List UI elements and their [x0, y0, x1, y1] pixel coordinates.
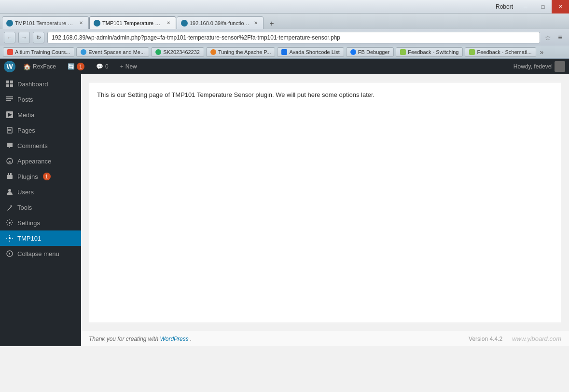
bookmark-icon-feedback2 [469, 49, 475, 55]
bookmark-tuning[interactable]: Tuning the Apache P... [206, 47, 275, 57]
maximize-button[interactable]: □ [534, 0, 552, 14]
wp-user-menu[interactable]: Howdy, fedevel [513, 61, 565, 72]
bookmark-avada[interactable]: Avada Shortcode List [277, 47, 344, 57]
bookmarks-more-icon[interactable]: » [538, 48, 546, 56]
appearance-label: Appearance [17, 158, 51, 165]
updates-badge: 1 [77, 63, 84, 70]
back-button[interactable]: ← [4, 32, 15, 43]
svg-rect-16 [9, 177, 11, 178]
wordpress-admin: W 🏠 RexFace 🔄 1 💬 0 + New Howdy, fedevel [0, 59, 569, 346]
sidebar-item-media[interactable]: Media [0, 107, 81, 122]
svg-marker-21 [9, 252, 10, 255]
footer-period: . [190, 336, 192, 342]
house-icon: 🏠 [23, 63, 31, 70]
title-bar-user: Robert [496, 3, 517, 10]
new-label: New [125, 63, 137, 70]
bookmark-feedback[interactable]: Feedback - Switching [396, 47, 463, 57]
main-content-text: This is our Setting page of TMP101 Tempe… [97, 90, 553, 100]
watermark-text: www.yiboard.com [512, 335, 561, 342]
tab-favicon-2 [94, 20, 100, 27]
new-tab-button[interactable]: + [266, 18, 278, 29]
tmp101-label: TMP101 [17, 235, 41, 242]
bookmark-icon-altium [7, 49, 13, 55]
bookmark-icon-sk [155, 49, 161, 55]
sidebar-item-collapse[interactable]: Collapse menu [0, 246, 81, 261]
tmp101-icon [6, 234, 14, 242]
site-name-label: RexFace [33, 63, 56, 70]
sidebar-item-pages[interactable]: Pages [0, 122, 81, 138]
wp-logo-icon[interactable]: W [4, 61, 15, 72]
bookmark-label-sk: SK2023462232 [163, 49, 200, 55]
minimize-button[interactable]: ─ [517, 0, 534, 14]
wordpress-link[interactable]: WordPress [160, 336, 188, 342]
tab-close-2[interactable]: ✕ [165, 20, 172, 27]
bookmark-altium[interactable]: Altium Training Cours... [3, 47, 74, 57]
svg-rect-13 [8, 173, 9, 175]
wp-updates-item[interactable]: 🔄 1 [64, 61, 88, 72]
howdy-text: Howdy, fedevel [513, 63, 553, 70]
address-input[interactable] [47, 32, 540, 43]
bookmark-feedback2[interactable]: Feedback - Schemati... [465, 47, 536, 57]
sidebar-item-dashboard[interactable]: Dashboard [0, 76, 81, 92]
tab-label-1: TMP101 Temperature Sen... [15, 20, 76, 26]
comments-count: 0 [105, 63, 109, 70]
tab-label-2: TMP101 Temperature Sen... [102, 20, 163, 26]
plugins-label: Plugins [17, 173, 38, 180]
sidebar-item-settings[interactable]: Settings [0, 215, 81, 230]
sidebar-item-tmp101[interactable]: TMP101 [0, 230, 81, 246]
content-wrapper: This is our Setting page of TMP101 Tempe… [81, 74, 569, 346]
footer-text: Thank you for creating with [89, 336, 160, 342]
sidebar-item-appearance[interactable]: Appearance [0, 153, 81, 169]
dashboard-label: Dashboard [17, 81, 48, 88]
plus-icon: + [120, 63, 124, 70]
tab-favicon-3 [181, 20, 188, 27]
bookmark-icon-avada [281, 49, 287, 55]
tools-icon [6, 203, 14, 211]
wp-site-name[interactable]: 🏠 RexFace [19, 61, 60, 72]
bookmark-star-icon[interactable]: ☆ [543, 33, 553, 42]
bookmarks-bar: Altium Training Cours... Event Spaces an… [0, 46, 569, 59]
wp-comments-item[interactable]: 💬 0 [92, 61, 112, 72]
bookmark-label-fb: FB Debugger [358, 49, 389, 55]
bookmark-event[interactable]: Event Spaces and Me... [76, 47, 149, 57]
bookmark-label-avada: Avada Shortcode List [289, 49, 339, 55]
plugins-icon [6, 173, 14, 180]
media-label: Media [17, 111, 34, 119]
forward-button[interactable]: → [18, 32, 30, 43]
bookmark-label-event: Event Spaces and Me... [88, 49, 145, 55]
address-bar: ← → ↻ ☆ ≡ [0, 29, 569, 46]
reload-button[interactable]: ↻ [33, 32, 44, 43]
settings-icon [6, 219, 14, 227]
tab-label-3: 192.168.0.39/fa-functions... [190, 20, 250, 26]
close-button[interactable]: ✕ [552, 0, 569, 14]
bookmark-label-altium: Altium Training Cours... [15, 49, 70, 55]
tab-close-3[interactable]: ✕ [252, 20, 259, 27]
bookmark-icon-event [81, 49, 86, 55]
comments-label: Comments [17, 142, 48, 149]
tab-close-1[interactable]: ✕ [78, 20, 84, 27]
version-text: Version 4.4.2 [469, 336, 502, 342]
svg-rect-1 [10, 81, 13, 83]
bookmark-fb[interactable]: FB Debugger [346, 47, 394, 57]
sidebar-item-posts[interactable]: Posts [0, 92, 81, 107]
bookmark-sk[interactable]: SK2023462232 [151, 47, 204, 57]
browser-tab-3[interactable]: 192.168.0.39/fa-functions... ✕ [177, 16, 264, 29]
svg-rect-6 [6, 100, 11, 101]
sidebar-item-tools[interactable]: Tools [0, 200, 81, 215]
bookmark-label-feedback: Feedback - Switching [408, 49, 458, 55]
browser-tab-2[interactable]: TMP101 Temperature Sen... ✕ [89, 16, 176, 29]
wp-new-item[interactable]: + New [116, 61, 141, 72]
comments-icon: 💬 [96, 63, 103, 70]
bookmark-label-tuning: Tuning the Apache P... [218, 49, 271, 55]
media-icon [6, 111, 14, 119]
browser-menu-icon[interactable]: ≡ [555, 33, 565, 42]
wp-sidebar: Dashboard Posts Media Pages [0, 74, 81, 346]
sidebar-item-comments[interactable]: Comments [0, 138, 81, 153]
svg-point-17 [8, 189, 11, 192]
sidebar-item-plugins[interactable]: Plugins 1 [0, 169, 81, 184]
svg-rect-9 [7, 127, 12, 133]
posts-label: Posts [17, 96, 33, 103]
svg-rect-2 [6, 84, 9, 87]
sidebar-item-users[interactable]: Users [0, 184, 81, 200]
browser-tab-1[interactable]: TMP101 Temperature Sen... ✕ [2, 16, 89, 29]
